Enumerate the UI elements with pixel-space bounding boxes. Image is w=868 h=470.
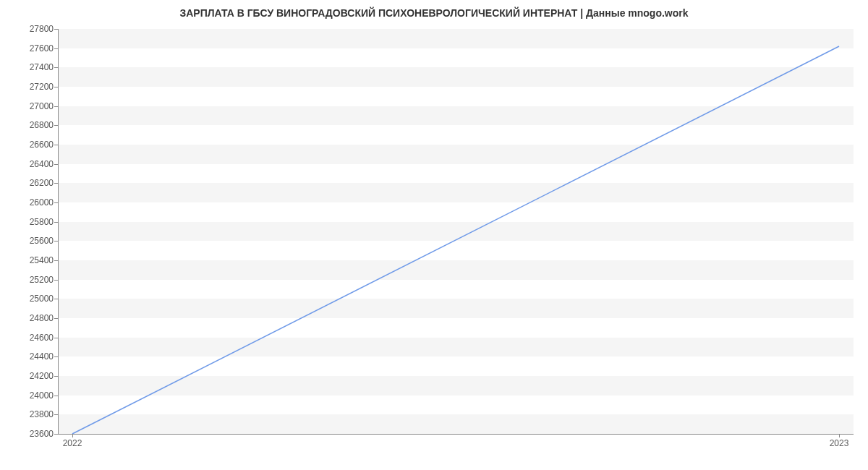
y-tick: 27400 [10, 62, 54, 72]
y-tick-mark [54, 87, 58, 87]
salary-chart: ЗАРПЛАТА В ГБСУ ВИНОГРАДОВСКИЙ ПСИХОНЕВР… [0, 0, 868, 470]
y-tick-mark [54, 48, 58, 49]
y-tick-mark [54, 280, 58, 281]
y-tick-mark [54, 299, 58, 299]
y-tick: 27800 [10, 24, 54, 34]
y-tick: 27200 [10, 82, 54, 92]
x-tick-0: 2022 [63, 438, 82, 448]
y-tick-mark [54, 164, 58, 165]
x-tick-mark-0 [72, 434, 73, 437]
y-tick-mark [54, 396, 58, 396]
y-tick-mark [54, 241, 58, 242]
y-tick: 24600 [10, 333, 54, 343]
y-tick-mark [54, 67, 58, 68]
y-tick-mark [54, 318, 58, 319]
y-tick: 27000 [10, 101, 54, 111]
y-tick-mark [54, 106, 58, 107]
y-tick: 24800 [10, 313, 54, 323]
y-tick-mark [54, 202, 58, 203]
y-tick: 26800 [10, 120, 54, 130]
y-tick-mark [54, 414, 58, 415]
y-tick-mark [54, 125, 58, 126]
y-tick: 25400 [10, 255, 54, 265]
y-tick: 25800 [10, 217, 54, 227]
y-tick: 26200 [10, 178, 54, 188]
y-axis [58, 29, 59, 434]
y-tick-mark [54, 434, 58, 435]
y-tick-mark [54, 145, 58, 145]
y-tick: 27600 [10, 43, 54, 54]
y-tick: 25000 [10, 294, 54, 304]
y-tick: 24400 [10, 351, 54, 362]
y-tick: 26000 [10, 197, 54, 208]
y-tick: 24200 [10, 371, 54, 381]
x-tick-mark-1 [839, 434, 840, 437]
y-tick-mark [54, 222, 58, 223]
y-tick-mark [54, 183, 58, 184]
line-layer [58, 29, 854, 434]
y-tick-mark [54, 356, 58, 357]
chart-title: ЗАРПЛАТА В ГБСУ ВИНОГРАДОВСКИЙ ПСИХОНЕВР… [0, 7, 868, 19]
x-tick-1: 2023 [830, 438, 849, 448]
y-tick: 23800 [10, 409, 54, 419]
x-axis [58, 434, 854, 435]
y-tick: 24000 [10, 390, 54, 401]
plot-area [58, 29, 854, 434]
y-tick-mark [54, 376, 58, 377]
y-tick: 26600 [10, 140, 54, 150]
y-tick: 25600 [10, 236, 54, 246]
y-tick-mark [54, 29, 58, 30]
y-tick: 25200 [10, 275, 54, 285]
y-tick-mark [54, 260, 58, 261]
y-tick: 23600 [10, 429, 54, 439]
y-tick-mark [54, 338, 58, 338]
y-tick: 26400 [10, 159, 54, 169]
data-line [72, 46, 839, 434]
